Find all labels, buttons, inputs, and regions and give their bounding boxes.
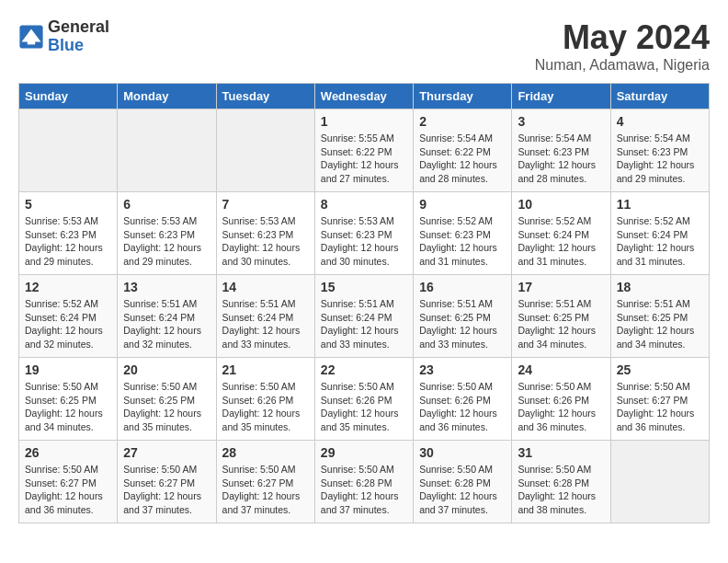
calendar-cell: 28Sunrise: 5:50 AM Sunset: 6:27 PM Dayli… [216,441,314,523]
calendar-cell: 21Sunrise: 5:50 AM Sunset: 6:26 PM Dayli… [216,358,314,441]
day-number: 30 [419,445,506,460]
weekday-header-wednesday: Wednesday [314,84,413,109]
weekday-header-saturday: Saturday [610,84,709,109]
calendar-week-row: 1Sunrise: 5:55 AM Sunset: 6:22 PM Daylig… [19,109,710,192]
day-number: 10 [518,197,604,212]
day-info: Sunrise: 5:53 AM Sunset: 6:23 PM Dayligh… [123,214,210,269]
day-number: 15 [321,280,407,294]
day-info: Sunrise: 5:50 AM Sunset: 6:27 PM Dayligh… [222,463,309,517]
calendar-cell: 18Sunrise: 5:51 AM Sunset: 6:25 PM Dayli… [610,275,709,358]
calendar-cell: 1Sunrise: 5:55 AM Sunset: 6:22 PM Daylig… [314,109,413,192]
day-number: 26 [25,445,111,460]
calendar-cell: 17Sunrise: 5:51 AM Sunset: 6:25 PM Dayli… [512,275,610,358]
day-info: Sunrise: 5:51 AM Sunset: 6:24 PM Dayligh… [222,297,309,351]
page-header: General Blue May 2024 Numan, Adamawa, Ni… [18,18,710,74]
calendar-cell: 30Sunrise: 5:50 AM Sunset: 6:28 PM Dayli… [414,441,512,523]
weekday-header-friday: Friday [512,84,610,109]
calendar-table: SundayMondayTuesdayWednesdayThursdayFrid… [18,83,710,523]
calendar-cell: 15Sunrise: 5:51 AM Sunset: 6:24 PM Dayli… [314,275,413,358]
day-info: Sunrise: 5:50 AM Sunset: 6:26 PM Dayligh… [518,380,604,434]
day-number: 20 [123,362,210,377]
calendar-cell: 12Sunrise: 5:52 AM Sunset: 6:24 PM Dayli… [19,275,118,358]
day-number: 28 [222,445,309,460]
day-info: Sunrise: 5:50 AM Sunset: 6:27 PM Dayligh… [25,463,111,517]
title-block: May 2024 Numan, Adamawa, Nigeria [535,18,710,74]
day-number: 8 [321,197,407,212]
calendar-cell: 4Sunrise: 5:54 AM Sunset: 6:23 PM Daylig… [610,109,709,192]
day-number: 14 [222,280,309,294]
day-number: 11 [617,197,703,212]
day-number: 2 [419,114,506,129]
weekday-header-monday: Monday [118,84,216,109]
calendar-cell: 27Sunrise: 5:50 AM Sunset: 6:27 PM Dayli… [118,441,216,523]
calendar-cell [610,441,709,523]
weekday-header-sunday: Sunday [19,84,118,109]
calendar-cell: 7Sunrise: 5:53 AM Sunset: 6:23 PM Daylig… [216,192,314,275]
day-number: 24 [518,362,604,377]
logo: General Blue [18,18,109,55]
day-info: Sunrise: 5:51 AM Sunset: 6:24 PM Dayligh… [321,297,407,351]
day-number: 31 [518,445,604,460]
day-number: 6 [123,197,210,212]
day-info: Sunrise: 5:52 AM Sunset: 6:24 PM Dayligh… [518,214,604,269]
calendar-cell: 20Sunrise: 5:50 AM Sunset: 6:25 PM Dayli… [118,358,216,441]
day-info: Sunrise: 5:50 AM Sunset: 6:26 PM Dayligh… [222,380,309,434]
calendar-cell: 11Sunrise: 5:52 AM Sunset: 6:24 PM Dayli… [610,192,709,275]
day-info: Sunrise: 5:50 AM Sunset: 6:27 PM Dayligh… [617,380,703,434]
day-info: Sunrise: 5:53 AM Sunset: 6:23 PM Dayligh… [321,214,407,269]
calendar-cell [118,109,216,192]
day-info: Sunrise: 5:50 AM Sunset: 6:26 PM Dayligh… [419,380,506,434]
day-info: Sunrise: 5:53 AM Sunset: 6:23 PM Dayligh… [25,214,111,269]
logo-general-text: General [48,18,109,37]
calendar-cell: 2Sunrise: 5:54 AM Sunset: 6:22 PM Daylig… [414,109,512,192]
day-info: Sunrise: 5:50 AM Sunset: 6:28 PM Dayligh… [518,463,604,517]
day-info: Sunrise: 5:54 AM Sunset: 6:23 PM Dayligh… [518,132,604,186]
day-number: 18 [617,280,703,294]
logo-icon [18,24,44,50]
day-info: Sunrise: 5:50 AM Sunset: 6:28 PM Dayligh… [419,463,506,517]
calendar-cell [19,109,118,192]
weekday-header-thursday: Thursday [414,84,512,109]
day-number: 13 [123,280,210,294]
calendar-cell: 5Sunrise: 5:53 AM Sunset: 6:23 PM Daylig… [19,192,118,275]
day-number: 22 [321,362,407,377]
day-info: Sunrise: 5:51 AM Sunset: 6:25 PM Dayligh… [518,297,604,351]
calendar-cell: 3Sunrise: 5:54 AM Sunset: 6:23 PM Daylig… [512,109,610,192]
calendar-cell: 13Sunrise: 5:51 AM Sunset: 6:24 PM Dayli… [118,275,216,358]
month-year: May 2024 [535,18,710,57]
calendar-cell: 31Sunrise: 5:50 AM Sunset: 6:28 PM Dayli… [512,441,610,523]
day-info: Sunrise: 5:50 AM Sunset: 6:27 PM Dayligh… [123,463,210,517]
calendar-week-row: 5Sunrise: 5:53 AM Sunset: 6:23 PM Daylig… [19,192,710,275]
calendar-cell: 6Sunrise: 5:53 AM Sunset: 6:23 PM Daylig… [118,192,216,275]
weekday-header-tuesday: Tuesday [216,84,314,109]
day-info: Sunrise: 5:50 AM Sunset: 6:25 PM Dayligh… [123,380,210,434]
calendar-cell: 14Sunrise: 5:51 AM Sunset: 6:24 PM Dayli… [216,275,314,358]
calendar-cell: 22Sunrise: 5:50 AM Sunset: 6:26 PM Dayli… [314,358,413,441]
day-info: Sunrise: 5:54 AM Sunset: 6:22 PM Dayligh… [419,132,506,186]
calendar-week-row: 12Sunrise: 5:52 AM Sunset: 6:24 PM Dayli… [19,275,710,358]
day-info: Sunrise: 5:50 AM Sunset: 6:26 PM Dayligh… [321,380,407,434]
day-info: Sunrise: 5:51 AM Sunset: 6:25 PM Dayligh… [419,297,506,351]
day-number: 29 [321,445,407,460]
day-info: Sunrise: 5:51 AM Sunset: 6:25 PM Dayligh… [617,297,703,351]
day-number: 19 [25,362,111,377]
day-number: 1 [321,114,407,129]
calendar-cell: 10Sunrise: 5:52 AM Sunset: 6:24 PM Dayli… [512,192,610,275]
calendar-week-row: 19Sunrise: 5:50 AM Sunset: 6:25 PM Dayli… [19,358,710,441]
calendar-cell: 9Sunrise: 5:52 AM Sunset: 6:23 PM Daylig… [414,192,512,275]
day-number: 27 [123,445,210,460]
calendar-cell: 8Sunrise: 5:53 AM Sunset: 6:23 PM Daylig… [314,192,413,275]
day-number: 4 [617,114,703,129]
day-info: Sunrise: 5:50 AM Sunset: 6:25 PM Dayligh… [25,380,111,434]
calendar-cell: 19Sunrise: 5:50 AM Sunset: 6:25 PM Dayli… [19,358,118,441]
day-info: Sunrise: 5:55 AM Sunset: 6:22 PM Dayligh… [321,132,407,186]
day-info: Sunrise: 5:54 AM Sunset: 6:23 PM Dayligh… [617,132,703,186]
day-number: 3 [518,114,604,129]
calendar-cell [216,109,314,192]
day-number: 25 [617,362,703,377]
day-number: 5 [25,197,111,212]
svg-rect-2 [28,38,35,44]
calendar-cell: 25Sunrise: 5:50 AM Sunset: 6:27 PM Dayli… [610,358,709,441]
day-info: Sunrise: 5:51 AM Sunset: 6:24 PM Dayligh… [123,297,210,351]
day-number: 17 [518,280,604,294]
